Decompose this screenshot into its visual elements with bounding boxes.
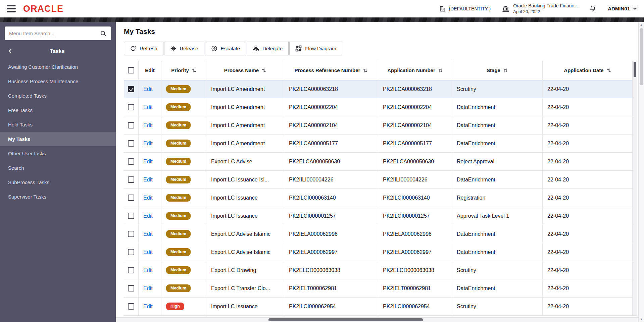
row-checkbox[interactable] — [128, 104, 134, 110]
row-checkbox[interactable] — [128, 231, 134, 237]
row-checkbox-cell — [124, 98, 139, 116]
row-checkbox[interactable] — [128, 285, 134, 291]
row-checkbox[interactable] — [128, 303, 134, 310]
priority-cell: High — [161, 298, 206, 315]
sidebar-item-business-process-maintenance[interactable]: Business Process Maintenance — [0, 74, 116, 89]
sidebar: Tasks Awaiting Customer ClarificationBus… — [0, 22, 116, 322]
sidebar-item-other-user-tasks[interactable]: Other User tasks — [0, 146, 116, 161]
sidebar-item-free-tasks[interactable]: Free Tasks — [0, 103, 116, 117]
sort-icon[interactable] — [262, 68, 266, 73]
user-menu[interactable]: ADMIN01 — [608, 6, 637, 11]
task-row: EditMediumExport LC Advise IslamicPK2IEL… — [124, 243, 633, 261]
sidebar-item-supervisor-tasks[interactable]: Supervisor Tasks — [0, 190, 116, 204]
edit-link[interactable]: Edit — [143, 159, 153, 165]
notifications-button[interactable] — [589, 5, 596, 12]
column-header-priority[interactable]: Priority — [161, 61, 206, 80]
sidebar-item-hold-tasks[interactable]: Hold Tasks — [0, 117, 116, 132]
sidebar-item-awaiting-customer-clarification[interactable]: Awaiting Customer Clarification — [0, 60, 116, 74]
sidebar-item-subprocess-tasks[interactable]: SubProcess Tasks — [0, 175, 116, 190]
stage-cell: Reject Approval — [452, 153, 543, 170]
column-header-application-number[interactable]: Application Number — [378, 61, 452, 80]
row-checkbox[interactable] — [128, 122, 134, 128]
row-checkbox[interactable] — [128, 176, 134, 183]
process-reference-number-cell: PK2ILCA000002104 — [284, 116, 378, 134]
process-reference-number-cell: PK2ILCI000001257 — [284, 207, 378, 225]
edit-cell: Edit — [139, 171, 161, 189]
back-button[interactable] — [5, 49, 15, 54]
edit-link[interactable]: Edit — [143, 141, 153, 147]
escalate-button[interactable]: Escalate — [205, 42, 246, 55]
row-checkbox[interactable] — [128, 158, 134, 165]
process-reference-number-cell: PK2ILCA000063218 — [284, 80, 378, 98]
horizontal-scrollbar-thumb[interactable] — [268, 318, 423, 321]
application-date-cell: 22-04-20 — [543, 261, 633, 279]
application-number-cell: PK2IELA000062996 — [378, 225, 452, 243]
column-header-process-name[interactable]: Process Name — [206, 61, 284, 80]
priority-badge: High — [166, 303, 184, 310]
row-checkbox-cell — [124, 261, 139, 279]
row-checkbox[interactable] — [128, 140, 134, 147]
row-checkbox[interactable] — [128, 213, 134, 219]
search-button[interactable] — [100, 30, 107, 37]
edit-link[interactable]: Edit — [143, 122, 153, 128]
table-vertical-scrollbar-thumb[interactable] — [634, 62, 636, 77]
page-vertical-scrollbar[interactable]: ▲ ▼ — [638, 22, 644, 322]
hamburger-menu-icon[interactable] — [7, 5, 16, 12]
edit-link[interactable]: Edit — [143, 304, 153, 310]
edit-link[interactable]: Edit — [143, 195, 153, 201]
table-vertical-scrollbar[interactable] — [633, 61, 637, 316]
column-header-application-date[interactable]: Application Date — [543, 61, 633, 80]
edit-link[interactable]: Edit — [143, 213, 153, 219]
stage-cell: Approval Task Level 1 — [452, 207, 543, 225]
edit-link[interactable]: Edit — [143, 267, 153, 273]
page-title: My Tasks — [124, 28, 638, 36]
edit-link[interactable]: Edit — [143, 104, 153, 110]
page-vertical-scrollbar-thumb[interactable] — [640, 28, 643, 85]
process-reference-number-cell: PK2IELA000062997 — [284, 243, 378, 261]
edit-link[interactable]: Edit — [143, 249, 153, 255]
task-row: EditMediumImport LC AmendmentPK2ILCA0000… — [124, 135, 633, 153]
application-date-cell: 22-04-20 — [543, 207, 633, 225]
horizontal-scrollbar[interactable] — [116, 317, 638, 322]
refresh-label: Refresh — [140, 46, 157, 51]
menu-search-input[interactable] — [9, 31, 97, 36]
column-header-process-reference-number[interactable]: Process Reference Number — [284, 61, 378, 80]
select-all-checkbox[interactable] — [128, 67, 134, 73]
product-info[interactable]: Oracle Banking Trade Financ... April 20,… — [502, 3, 578, 14]
release-button[interactable]: Release — [164, 42, 204, 55]
sort-icon[interactable] — [503, 68, 508, 73]
stage-cell: Scrutiny — [452, 80, 543, 98]
process-name-cell: Export LC Advise Islamic — [206, 225, 284, 243]
row-checkbox[interactable] — [128, 249, 134, 255]
sort-icon[interactable] — [363, 68, 367, 73]
edit-link[interactable]: Edit — [143, 177, 153, 183]
column-header-stage[interactable]: Stage — [452, 61, 543, 80]
top-header: ORACLE (DEFAULTENTITY ) — [0, 0, 644, 17]
scroll-up-arrow-icon[interactable]: ▲ — [639, 23, 644, 26]
scroll-down-arrow-icon[interactable]: ▼ — [639, 318, 644, 321]
edit-link[interactable]: Edit — [143, 86, 153, 92]
sidebar-item-completed-tasks[interactable]: Completed Tasks — [0, 89, 116, 103]
task-row: EditMediumImport LC IssuancePK2ILCI00000… — [124, 207, 633, 225]
delegate-button[interactable]: Delegate — [247, 42, 289, 55]
sort-icon[interactable] — [438, 68, 443, 73]
flow-diagram-button[interactable]: Flow Diagram — [289, 42, 342, 55]
process-reference-number-cell: PK2IELT000062981 — [284, 279, 378, 297]
app-root: ORACLE (DEFAULTENTITY ) — [0, 0, 644, 322]
refresh-button[interactable]: Refresh — [124, 42, 163, 55]
sort-icon[interactable] — [192, 68, 196, 73]
row-checkbox[interactable] — [128, 267, 134, 273]
row-checkbox[interactable] — [128, 195, 134, 201]
priority-badge: Medium — [166, 266, 191, 274]
edit-link[interactable]: Edit — [143, 285, 153, 291]
sort-icon[interactable] — [607, 68, 611, 73]
edit-cell: Edit — [139, 279, 161, 297]
row-checkbox[interactable] — [128, 86, 134, 92]
priority-badge: Medium — [166, 158, 191, 165]
sidebar-item-my-tasks[interactable]: My Tasks — [0, 132, 116, 146]
edit-link[interactable]: Edit — [143, 231, 153, 237]
entity-selector[interactable]: (DEFAULTENTITY ) — [439, 5, 491, 12]
sidebar-item-search[interactable]: Search — [0, 161, 116, 175]
select-all-cell — [124, 61, 139, 80]
priority-cell: Medium — [161, 225, 206, 243]
